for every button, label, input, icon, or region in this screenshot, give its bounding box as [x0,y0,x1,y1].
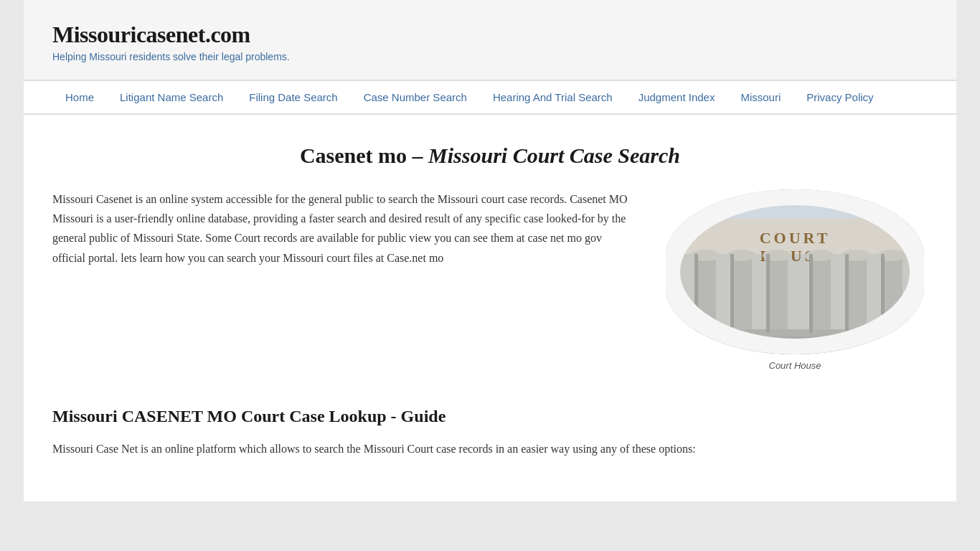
main-nav: Home Litigant Name Search Filing Date Se… [24,80,956,115]
svg-rect-21 [730,254,734,333]
svg-rect-22 [766,254,770,333]
nav-item-home[interactable]: Home [52,81,107,113]
nav-link-home[interactable]: Home [52,81,107,113]
courthouse-svg: COURT HOUSE [666,189,924,354]
nav-link-privacy[interactable]: Privacy Policy [793,81,886,113]
nav-item-missouri[interactable]: Missouri [727,81,793,113]
svg-text:COURT: COURT [760,229,831,247]
nav-link-litigant[interactable]: Litigant Name Search [107,81,236,113]
svg-rect-24 [845,254,849,333]
nav-link-filing[interactable]: Filing Date Search [236,81,350,113]
page-title: Casenet mo – Missouri Court Case Search [52,143,928,168]
courthouse-image-block: COURT HOUSE [662,189,928,371]
nav-item-hearing[interactable]: Hearing And Trial Search [480,81,626,113]
svg-rect-23 [809,254,813,333]
nav-item-judgment[interactable]: Judgment Index [626,81,728,113]
nav-link-hearing[interactable]: Hearing And Trial Search [480,81,626,113]
intro-section: Missouri Casenet is an online system acc… [52,189,928,371]
nav-link-missouri[interactable]: Missouri [727,81,793,113]
site-tagline: Helping Missouri residents solve their l… [52,51,928,62]
nav-link-judgment[interactable]: Judgment Index [626,81,728,113]
site-title: Missouricasenet.com [52,22,928,48]
nav-item-case-number[interactable]: Case Number Search [351,81,480,113]
guide-paragraph: Missouri Case Net is an online platform … [52,439,928,458]
guide-heading: Missouri CASENET MO Court Case Lookup - … [52,407,928,426]
intro-paragraph: Missouri Casenet is an online system acc… [52,189,633,268]
nav-item-litigant[interactable]: Litigant Name Search [107,81,236,113]
nav-list: Home Litigant Name Search Filing Date Se… [52,81,928,113]
nav-item-privacy[interactable]: Privacy Policy [793,81,886,113]
page-title-italic: Missouri Court Case Search [428,143,680,167]
image-caption: Court House [769,360,821,371]
site-header: Missouricasenet.com Helping Missouri res… [24,0,956,80]
nav-link-case-number[interactable]: Case Number Search [351,81,480,113]
nav-item-filing[interactable]: Filing Date Search [236,81,350,113]
guide-section: Missouri CASENET MO Court Case Lookup - … [52,407,928,458]
courthouse-image: COURT HOUSE [666,189,924,354]
main-content: Casenet mo – Missouri Court Case Search … [24,115,956,501]
page-title-plain: Casenet mo – [300,143,428,167]
